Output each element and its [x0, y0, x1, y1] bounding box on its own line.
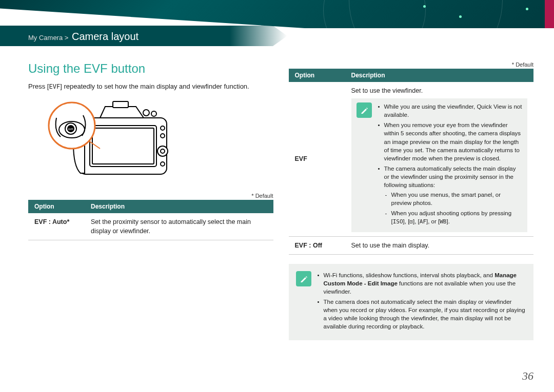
- svg-point-10: [151, 111, 156, 116]
- options-table-right: Option Description EVF Set to use the vi…: [289, 69, 534, 255]
- t: ].: [446, 218, 449, 224]
- th-option: Option: [289, 69, 345, 82]
- wb-key: WB: [440, 218, 446, 225]
- camera-illustration: EVF: [44, 97, 273, 187]
- intro-prefix: Press [: [28, 82, 49, 90]
- option-evf-auto: EVF : Auto*: [28, 213, 85, 240]
- desc-evf-auto: Set the proximity sensor to automaticall…: [85, 213, 273, 240]
- svg-point-8: [161, 162, 165, 166]
- desc-evf: Set to use the viewfinder. While you are…: [345, 82, 534, 236]
- evf-button-label: EVF: [49, 82, 60, 91]
- bottom-note-list: Wi-Fi functions, slideshow functions, in…: [316, 271, 526, 333]
- option-evf-off: EVF : Off: [289, 236, 345, 254]
- intro-text: Press [EVF] repeatedly to set how the ma…: [28, 82, 273, 91]
- header-decoration: [0, 0, 554, 28]
- note-bullet: When you remove your eye from the viewfi…: [377, 121, 523, 162]
- note-icon: [296, 271, 311, 286]
- evf-summary: Set to use the viewfinder.: [351, 86, 528, 95]
- note-text: The camera automatically selects the mai…: [384, 166, 516, 188]
- af-key: AF: [420, 218, 426, 225]
- table-header-row: Option Description: [28, 200, 273, 213]
- default-note-left: * Default: [28, 193, 273, 199]
- intro-suffix: ] repeatedly to set how the main display…: [60, 82, 249, 90]
- table-row: EVF : Auto* Set the proximity sensor to …: [28, 213, 273, 240]
- breadcrumb-current: Camera layout: [72, 31, 138, 42]
- note-bullet: The camera automatically selects the mai…: [377, 164, 523, 226]
- note-icon: [357, 102, 372, 118]
- default-note-right: * Default: [289, 61, 534, 68]
- svg-point-5: [161, 134, 165, 138]
- page-number: 36: [522, 369, 533, 383]
- t: ], [: [413, 218, 420, 224]
- table-header-row: Option Description: [289, 69, 534, 82]
- section-title: Using the EVF button: [28, 61, 273, 76]
- th-description: Description: [345, 69, 534, 82]
- svg-text:EVF: EVF: [68, 128, 73, 131]
- evf-note-box: While you are using the viewfinder, Quic…: [351, 98, 528, 232]
- note-bullet: While you are using the viewfinder, Quic…: [377, 102, 523, 119]
- breadcrumb-parent: My Camera >: [28, 34, 68, 42]
- svg-rect-3: [113, 101, 128, 108]
- svg-point-9: [143, 110, 149, 116]
- th-option: Option: [28, 200, 85, 213]
- metering-key: ⊡: [409, 218, 413, 225]
- note-bullet: Wi-Fi functions, slideshow functions, in…: [316, 271, 526, 296]
- note-sub-bullet: When you adjust shooting options by pres…: [384, 209, 523, 225]
- t: ], or [: [426, 218, 440, 224]
- svg-point-7: [161, 149, 165, 153]
- evf-note-list: While you are using the viewfinder, Quic…: [377, 102, 523, 228]
- left-column: Using the EVF button Press [EVF] repeate…: [28, 61, 273, 340]
- desc-evf-off: Set to use the main display.: [345, 236, 534, 254]
- right-column: * Default Option Description EVF Set to …: [289, 61, 534, 340]
- note-bullet: The camera does not automatically select…: [316, 298, 526, 331]
- bottom-note-box: Wi-Fi functions, slideshow functions, in…: [289, 264, 534, 340]
- th-description: Description: [85, 200, 273, 213]
- t: ], [: [403, 218, 410, 224]
- table-row: EVF Set to use the viewfinder. While you…: [289, 82, 534, 236]
- svg-point-4: [161, 126, 165, 130]
- options-table-left: Option Description EVF : Auto* Set the p…: [28, 200, 273, 240]
- svg-rect-2: [92, 128, 154, 164]
- t: Wi-Fi functions, slideshow functions, in…: [324, 272, 495, 278]
- table-row: EVF : Off Set to use the main display.: [289, 236, 534, 254]
- note-sub-bullet: When you use menus, the smart panel, or …: [384, 191, 523, 207]
- option-evf: EVF: [289, 82, 345, 236]
- iso-key: ISO: [393, 218, 403, 225]
- breadcrumb: My Camera > Camera layout: [28, 31, 138, 43]
